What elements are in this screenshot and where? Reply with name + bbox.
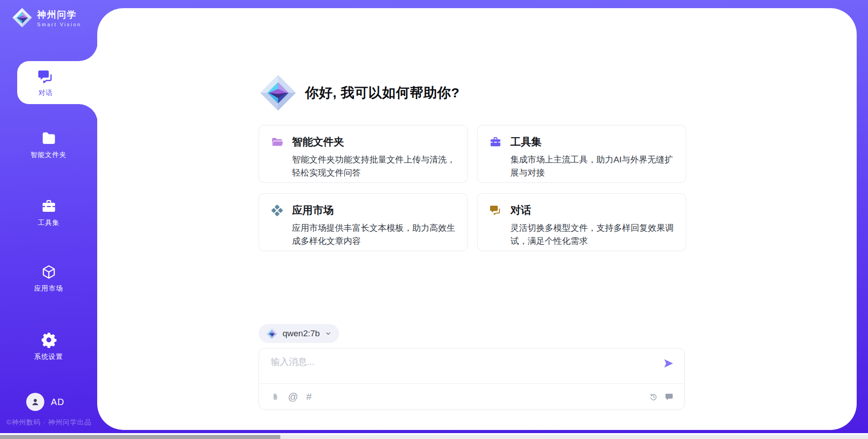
brand-name: 神州问学 — [37, 9, 81, 21]
tab-fillet-bottom — [79, 104, 98, 123]
sidebar-item-smart-folder[interactable]: 智能文件夹 — [0, 130, 97, 159]
greeting-title: 你好, 我可以如何帮助你? — [305, 84, 460, 102]
composer-tools-left: @ # — [271, 384, 312, 410]
user-badge[interactable]: AD — [0, 393, 90, 411]
mention-icon[interactable]: @ — [288, 392, 298, 402]
feature-cards: 智能文件夹 智能文件夹功能支持批量文件上传与清洗，轻松实现文件问答 工具集 集成… — [259, 125, 686, 251]
card-chat[interactable]: 对话 灵活切换多模型文件，支持多样回复效果调试，满足个性化需求 — [477, 193, 686, 251]
sidebar-item-label: 智能文件夹 — [31, 151, 67, 159]
brand: 神州问学 Smart Vision — [12, 7, 81, 28]
chat-icon — [489, 204, 502, 217]
toolbox-icon — [41, 198, 57, 215]
card-app-market[interactable]: 应用市场 应用市场提供丰富长文本模板，助力高效生成多样化文章内容 — [259, 193, 468, 251]
message-input[interactable] — [271, 356, 651, 380]
brand-subtitle: Smart Vision — [37, 22, 81, 27]
horizontal-scrollbar[interactable] — [0, 435, 868, 439]
composer-divider — [259, 383, 684, 384]
sidebar-item-label: 系统设置 — [34, 353, 63, 361]
app-background: 神州问学 Smart Vision 对话 智能文件夹 工具集 — [0, 0, 868, 433]
card-title: 智能文件夹 — [292, 135, 344, 149]
avatar — [26, 393, 44, 411]
card-title: 工具集 — [510, 135, 542, 149]
message-composer: @ # — [259, 348, 685, 410]
history-icon[interactable] — [649, 392, 658, 401]
copyright-footer: ©神州数码 · 神州问学出品 — [6, 418, 91, 427]
person-icon — [30, 396, 41, 407]
chat-icon — [37, 68, 54, 86]
chevron-down-icon — [325, 330, 332, 337]
user-name: AD — [51, 397, 65, 407]
toolbox-icon — [489, 136, 502, 148]
topic-icon[interactable]: # — [306, 392, 311, 402]
scrollbar-thumb[interactable] — [0, 435, 280, 439]
main-panel: 你好, 我可以如何帮助你? 智能文件夹 智能文件夹功能支持批量文件上传与清洗，轻… — [97, 8, 857, 430]
brand-logo-icon — [12, 7, 33, 28]
model-selector[interactable]: qwen2:7b — [259, 324, 339, 343]
assistant-logo-icon — [259, 74, 297, 112]
paperclip-icon[interactable] — [271, 392, 280, 401]
model-logo-icon — [266, 328, 278, 339]
composer-tools-right — [649, 384, 674, 410]
folder-icon — [41, 130, 57, 147]
folder-open-icon — [271, 136, 283, 148]
model-value: qwen2:7b — [283, 329, 320, 339]
card-description: 应用市场提供丰富长文本模板，助力高效生成多样化文章内容 — [292, 221, 459, 248]
card-description: 智能文件夹功能支持批量文件上传与清洗，轻松实现文件问答 — [292, 153, 459, 179]
send-icon[interactable] — [663, 358, 675, 369]
tab-fillet-top — [79, 42, 98, 61]
card-title: 对话 — [510, 203, 531, 217]
sidebar-item-label: 应用市场 — [34, 284, 63, 293]
sidebar-item-toolset[interactable]: 工具集 — [0, 198, 97, 227]
sidebar-item-label: 对话 — [38, 89, 53, 97]
card-smart-folder[interactable]: 智能文件夹 智能文件夹功能支持批量文件上传与清洗，轻松实现文件问答 — [259, 125, 468, 183]
sidebar-item-settings[interactable]: 系统设置 — [0, 331, 97, 361]
greeting: 你好, 我可以如何帮助你? — [259, 74, 460, 112]
sidebar-item-label: 工具集 — [38, 219, 60, 227]
card-toolset[interactable]: 工具集 集成市场上主流工具，助力AI与外界无缝扩展与对接 — [477, 125, 686, 183]
sidebar-item-app-market[interactable]: 应用市场 — [0, 264, 97, 293]
card-description: 灵活切换多模型文件，支持多样回复效果调试，满足个性化需求 — [510, 221, 678, 248]
grid-icon — [271, 204, 283, 217]
cube-icon — [41, 264, 57, 280]
gear-icon — [40, 331, 57, 348]
card-description: 集成市场上主流工具，助力AI与外界无缝扩展与对接 — [510, 153, 678, 179]
feedback-icon[interactable] — [665, 392, 674, 401]
card-title: 应用市场 — [292, 203, 334, 217]
sidebar-item-chat[interactable]: 对话 — [17, 61, 99, 104]
